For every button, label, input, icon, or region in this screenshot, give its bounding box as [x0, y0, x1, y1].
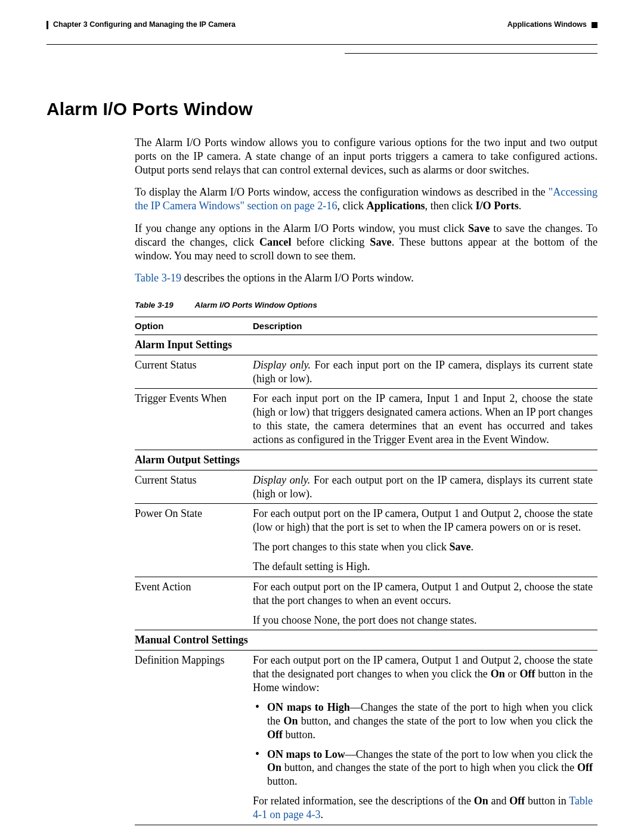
header-left: Chapter 3 Configuring and Managing the I… [47, 20, 236, 30]
text: button. [283, 729, 315, 741]
col-description: Description [253, 317, 597, 335]
page-title: Alarm I/O Ports Window [47, 98, 597, 120]
col-option: Option [135, 317, 253, 335]
text: . [470, 541, 473, 553]
intro-paragraph-2: To display the Alarm I/O Ports window, a… [135, 185, 597, 213]
header-square-icon [592, 22, 597, 28]
text: For related information, see the descrip… [253, 794, 593, 822]
bold-on: On [474, 795, 488, 807]
option-current-status-2: Current Status [135, 470, 253, 504]
display-only: Display only. [253, 359, 311, 371]
intro-paragraph-1: The Alarm I/O Ports window allows you to… [135, 136, 597, 177]
text: button. [267, 775, 298, 787]
text: For related information, see the descrip… [253, 795, 474, 807]
options-table: Option Description Alarm Input Settings … [135, 317, 597, 825]
desc: For each input port on the IP camera, In… [253, 389, 597, 450]
text: button, and changes the state of the por… [281, 761, 577, 773]
text: The port changes to this state when you … [253, 540, 593, 554]
text: , click [338, 200, 367, 212]
table-title: Alarm I/O Ports Window Options [195, 301, 317, 311]
text: If you choose None, the port does not ch… [253, 614, 593, 627]
bold-cancel: Cancel [259, 236, 292, 248]
text: before clicking [291, 236, 370, 248]
bullet-list: ON maps to High—Changes the state of the… [253, 701, 593, 788]
text: For each output port on the IP camera, O… [253, 507, 593, 534]
text: If you change any options in the Alarm I… [135, 222, 468, 234]
page-header: Chapter 3 Configuring and Managing the I… [47, 20, 597, 30]
bold-save: Save [468, 222, 490, 234]
section-alarm-output: Alarm Output Settings [135, 450, 597, 470]
text: To display the Alarm I/O Ports window, a… [135, 186, 549, 198]
desc: Display only. For each output port on th… [253, 470, 597, 504]
bold-on-high: ON maps to High [267, 701, 350, 713]
option-current-status: Current Status [135, 355, 253, 389]
bold-on-low: ON maps to Low [267, 748, 345, 760]
text: For each output port on the IP camera, O… [253, 654, 593, 695]
text: For each output port on the IP camera, O… [253, 580, 593, 608]
desc: For each output port on the IP camera, O… [253, 577, 597, 630]
bold-on: On [283, 715, 298, 727]
bold-off: Off [267, 729, 283, 741]
table-number: Table 3-19 [135, 301, 174, 311]
option-event-action: Event Action [135, 577, 253, 630]
bold-io-ports: I/O Ports [475, 200, 518, 212]
text: —Changes the state of the port to low wh… [345, 748, 593, 760]
text: button, and changes the state of the por… [298, 715, 593, 727]
bold-off: Off [509, 795, 525, 807]
intro-paragraph-4: Table 3-19 describes the options in the … [135, 271, 597, 285]
table-row: Current Status Display only. For each in… [135, 355, 597, 389]
table-row: Definition Mappings For each output port… [135, 651, 597, 825]
chapter-label: Chapter 3 Configuring and Managing the I… [53, 20, 236, 30]
bold-save-2: Save [370, 236, 391, 248]
text: and [488, 795, 510, 807]
table-caption: Table 3-19 Alarm I/O Ports Window Option… [135, 301, 597, 311]
section-label: Applications Windows [507, 20, 587, 30]
table-row: Trigger Events When For each input port … [135, 389, 597, 450]
desc: For each output port on the IP camera, O… [253, 651, 597, 825]
section-alarm-input: Alarm Input Settings [135, 335, 597, 355]
list-item: ON maps to High—Changes the state of the… [253, 701, 593, 742]
option-trigger-events: Trigger Events When [135, 389, 253, 450]
display-only: Display only. [253, 474, 310, 486]
section-manual-control: Manual Control Settings [135, 630, 597, 651]
table-row: Event Action For each output port on the… [135, 577, 597, 630]
desc: Display only. For each input port on the… [253, 355, 597, 389]
option-power-on-state: Power On State [135, 504, 253, 577]
desc: For each output port on the IP camera, O… [253, 504, 597, 577]
intro-paragraph-3: If you change any options in the Alarm I… [135, 222, 597, 263]
text: , then click [425, 200, 476, 212]
header-bar-icon [47, 21, 48, 29]
text: The default setting is High. [253, 560, 593, 574]
table-row: Current Status Display only. For each ou… [135, 470, 597, 504]
text: or [505, 668, 520, 680]
bold-off: Off [577, 761, 593, 773]
bold-off: Off [519, 668, 535, 680]
bold-on: On [491, 668, 505, 680]
link-table-3-19[interactable]: Table 3-19 [135, 272, 181, 284]
option-definition-mappings: Definition Mappings [135, 651, 253, 825]
text: The port changes to this state when you … [253, 541, 449, 553]
bold-save: Save [449, 541, 470, 553]
text: button in [525, 795, 569, 807]
bold-applications: Applications [367, 200, 425, 212]
table-row: Power On State For each output port on t… [135, 504, 597, 577]
text: . [519, 200, 522, 212]
header-right: Applications Windows [507, 20, 597, 30]
list-item: ON maps to Low—Changes the state of the … [253, 748, 593, 789]
text: describes the options in the Alarm I/O P… [181, 272, 414, 284]
text: . [320, 809, 323, 820]
bold-on: On [267, 761, 281, 773]
